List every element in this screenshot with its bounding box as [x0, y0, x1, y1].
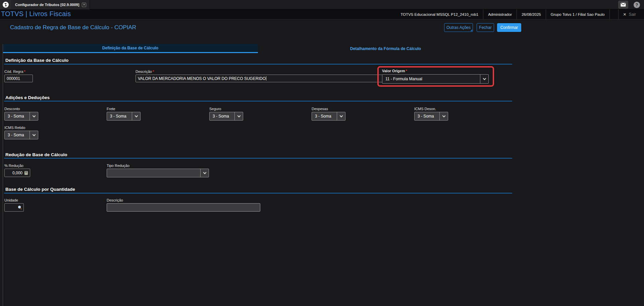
quantidade-descricao-input[interactable]: [107, 203, 260, 212]
tipo-reducao-select[interactable]: [107, 169, 209, 177]
frete-select[interactable]: 3 - Soma: [107, 112, 141, 121]
tipo-reducao-value: [107, 169, 200, 177]
totvs-logo: [0, 0, 11, 9]
despesas-select[interactable]: 3 - Soma: [312, 112, 345, 121]
section-title-reducao: Redução de Base de Cálculo: [5, 152, 67, 157]
valor-origem-label: Valor Origem*: [382, 69, 407, 73]
valor-origem-value: 11 - Formula Manual: [382, 75, 480, 83]
dropdown-corner-icon: [470, 29, 472, 31]
chevron-down-icon: [234, 112, 243, 120]
icms-deson-select[interactable]: 3 - Soma: [414, 112, 448, 121]
confirm-button-label: Confirmar: [500, 25, 518, 30]
close-button[interactable]: Fechar: [477, 23, 494, 32]
tab-definicao-base-calculo[interactable]: Definição da Base de Cálculo: [3, 44, 258, 53]
tab-strip: Definição da Base de Cálculo Detalhament…: [3, 44, 513, 53]
icms-retido-label: ICMS Retido: [4, 126, 25, 130]
pct-reducao-input[interactable]: 0,000: [4, 169, 30, 177]
application-window: Configurador de Tributos [02.9.0009] ✕ ?…: [0, 0, 644, 306]
pct-reducao-value: 0,000: [12, 171, 22, 175]
section-rule: [4, 193, 512, 193]
section-title-adicoes: Adições e Deduções: [5, 95, 50, 100]
calculator-icon[interactable]: [24, 171, 29, 175]
chevron-down-icon: [30, 112, 38, 120]
cod-regra-label: Cód. Regra*: [4, 70, 25, 74]
chevron-down-icon: [439, 112, 448, 120]
section-title-definicao: Definição da Base de Cálculo: [5, 58, 68, 63]
close-icon[interactable]: ✕: [82, 3, 86, 7]
mail-button[interactable]: [618, 1, 628, 9]
required-asterisk: *: [24, 70, 25, 74]
app-tab[interactable]: Configurador de Tributos [02.9.0009] ✕: [11, 0, 90, 9]
tab-detalhamento-formula[interactable]: Detalhamento da Fórmula de Cálculo: [258, 44, 513, 53]
descricao-value: VALOR DA MERCADORIA MENOS O VALOR DO PRE…: [138, 76, 266, 81]
despesas-label: Despesas: [312, 107, 328, 111]
frete-value: 3 - Soma: [107, 112, 132, 120]
descricao-input[interactable]: VALOR DA MERCADORIA MENOS O VALOR DO PRE…: [136, 75, 389, 82]
desconto-label: Desconto: [4, 107, 20, 111]
page-title: Cadastro de Regra de Base de Cálculo - C…: [10, 24, 136, 31]
desconto-value: 3 - Soma: [5, 112, 30, 120]
unidade-input[interactable]: [4, 203, 24, 212]
chevron-down-icon: [30, 131, 38, 139]
icms-retido-value: 3 - Soma: [5, 131, 30, 139]
close-button-label: Fechar: [479, 25, 491, 30]
search-icon[interactable]: [17, 205, 22, 210]
pct-reducao-label: % Redução: [4, 164, 23, 168]
descricao-label: Descrição*: [136, 70, 154, 74]
seguro-label: Seguro: [209, 107, 221, 111]
section-rule: [4, 158, 512, 159]
valor-origem-select[interactable]: 11 - Formula Manual: [382, 74, 489, 84]
company-branch: Grupo Totvs 1 / Filial Sao Paulo: [546, 9, 609, 19]
frete-label: Frete: [107, 107, 115, 111]
section-rule: [4, 64, 512, 64]
chevron-down-icon: [337, 112, 345, 120]
chevron-down-icon: [132, 112, 140, 120]
required-asterisk: *: [153, 70, 154, 74]
cod-regra-input[interactable]: 000001: [4, 75, 33, 82]
cod-regra-value: 000001: [7, 76, 20, 81]
seguro-select[interactable]: 3 - Soma: [209, 112, 243, 121]
logout-label: Sair: [629, 12, 636, 17]
help-icon[interactable]: ?: [634, 2, 640, 8]
icms-deson-label: ICMS Deson.: [414, 107, 436, 111]
brand-title: TOTVS | Livros Fiscais: [1, 10, 71, 18]
user-name: Administrador: [483, 9, 517, 19]
totvs-logo-icon: [2, 1, 9, 8]
mail-icon: [621, 3, 626, 7]
section-title-quantidade: Base de Cálculo por Quantidade: [5, 187, 75, 192]
other-actions-button[interactable]: Outras Ações: [444, 23, 473, 32]
header-spacer-cell: [609, 9, 618, 19]
top-icon-group: ?: [618, 1, 640, 9]
header-bar: TOTVS | Livros Fiscais TOTVS Educacional…: [0, 9, 644, 19]
other-actions-label: Outras Ações: [446, 25, 471, 30]
section-rule: [4, 101, 512, 101]
icms-deson-value: 3 - Soma: [415, 112, 439, 120]
unidade-label: Unidade: [4, 198, 18, 202]
logout-button[interactable]: ✕ Sair: [618, 9, 641, 19]
despesas-value: 3 - Soma: [312, 112, 337, 120]
tipo-reducao-label: Tipo Redução: [107, 164, 129, 168]
required-asterisk: *: [406, 69, 407, 73]
logout-x-icon: ✕: [623, 12, 627, 17]
app-tab-title: Configurador de Tributos [02.9.0009]: [15, 3, 79, 7]
environment-name: TOTVS Educacional MSSQL P12_2410_rob1: [396, 9, 483, 19]
panel-left-edge: [3, 44, 3, 306]
chevron-down-icon: [480, 75, 488, 83]
text-cursor: [266, 76, 266, 81]
window-tab-bar: Configurador de Tributos [02.9.0009] ✕ ?: [0, 0, 644, 9]
icms-retido-select[interactable]: 3 - Soma: [4, 131, 38, 139]
desconto-select[interactable]: 3 - Soma: [4, 112, 38, 121]
seguro-value: 3 - Soma: [210, 112, 234, 120]
quantidade-descricao-label: Descrição: [107, 198, 123, 202]
confirm-button[interactable]: Confirmar: [497, 23, 521, 32]
system-date: 26/08/2025: [517, 9, 546, 19]
chevron-down-icon: [200, 169, 209, 177]
environment-info: TOTVS Educacional MSSQL P12_2410_rob1 Ad…: [396, 9, 641, 19]
